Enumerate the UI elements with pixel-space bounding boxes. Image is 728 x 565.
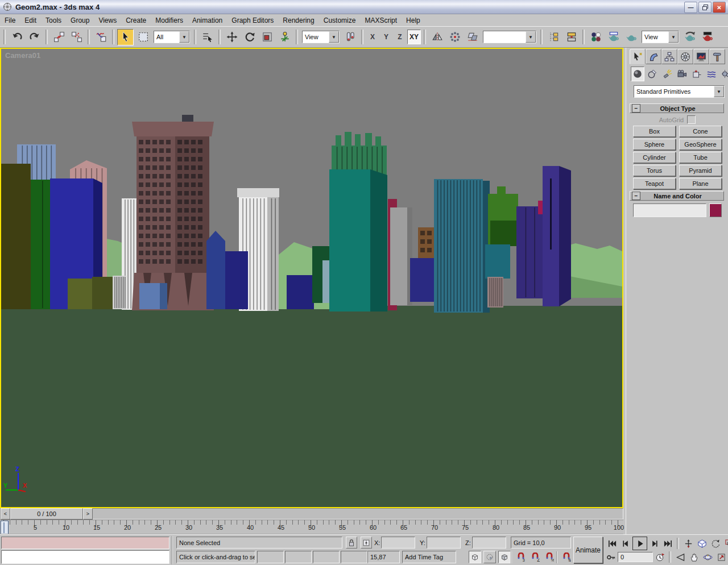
go-to-start-icon[interactable]	[605, 537, 619, 550]
macro-recorder-field[interactable]	[1, 537, 169, 549]
degradation-override-icon[interactable]	[469, 551, 481, 563]
collapse-icon[interactable]: −	[632, 104, 640, 113]
selection-filter-dropdown[interactable]: All▼	[154, 31, 190, 43]
animate-button[interactable]: Animate	[573, 537, 603, 563]
restore-button[interactable]	[698, 2, 712, 13]
building-navy-a[interactable]	[225, 251, 248, 309]
snap-toggle-3d-icon[interactable]: 3	[514, 551, 527, 563]
close-button[interactable]: ✕	[713, 2, 726, 13]
create-torus-button[interactable]: Torus	[633, 165, 676, 176]
dropdown-arrow-icon[interactable]: ▼	[179, 31, 189, 43]
pan-icon[interactable]	[687, 551, 701, 563]
reference-coordinate-system-dropdown[interactable]: View▼	[302, 31, 340, 43]
named-selection-sets-dropdown[interactable]: ▼	[483, 31, 536, 43]
collapse-icon[interactable]: −	[632, 192, 640, 200]
autogrid-checkbox[interactable]	[687, 115, 696, 124]
restrict-to-z-button[interactable]: Z	[394, 30, 406, 44]
category-helpers-icon[interactable]	[690, 67, 704, 81]
menu-file[interactable]: File	[0, 15, 20, 26]
teal-tower-front[interactable]	[329, 169, 370, 311]
teal-crown-tooth-b[interactable]	[345, 132, 351, 147]
track-view-icon[interactable]	[545, 29, 562, 45]
building-gray[interactable]	[390, 207, 407, 305]
category-geometry-icon[interactable]	[631, 67, 644, 81]
viewport-label[interactable]: Camera01	[5, 51, 40, 60]
render-last-icon[interactable]	[699, 29, 715, 45]
menu-group[interactable]: Group	[66, 15, 94, 26]
field-of-view-icon[interactable]	[673, 551, 687, 563]
create-geosphere-button[interactable]: GeoSphere	[679, 139, 722, 150]
x-coord-field[interactable]	[381, 537, 415, 549]
align-icon[interactable]	[464, 29, 481, 45]
building-white-right-side[interactable]	[267, 197, 279, 311]
render-scene-icon[interactable]	[605, 29, 622, 45]
object-name-field[interactable]	[633, 203, 706, 217]
ground[interactable]	[1, 306, 622, 507]
camera-viewport[interactable]: Camera01 Y Z X	[0, 48, 623, 508]
menu-graph-editors[interactable]: Graph Editors	[227, 15, 278, 26]
select-and-scale-icon[interactable]	[259, 29, 275, 45]
teal-tower-side[interactable]	[370, 169, 387, 311]
building-green-top[interactable]	[497, 186, 506, 194]
material-editor-icon[interactable]	[588, 29, 604, 45]
building-olive-small-a[interactable]	[68, 279, 92, 309]
create-cylinder-button[interactable]: Cylinder	[633, 152, 676, 163]
unlink-selection-icon[interactable]	[68, 29, 85, 45]
create-sphere-button[interactable]: Sphere	[633, 139, 676, 150]
building-purple-tall-side[interactable]	[559, 166, 571, 306]
zoom-extents-icon[interactable]	[695, 537, 709, 550]
building-slate-side[interactable]	[160, 283, 167, 309]
go-to-end-icon[interactable]	[661, 537, 675, 550]
title-bar[interactable]: Geom2.max - 3ds max 4 — ✕	[0, 0, 728, 14]
create-plane-button[interactable]: Plane	[679, 178, 722, 189]
y-coord-field[interactable]	[427, 537, 461, 549]
object-type-rollout-header[interactable]: − Object Type	[630, 103, 724, 113]
category-space-warps-icon[interactable]	[705, 67, 718, 81]
select-by-name-icon[interactable]	[199, 29, 216, 45]
building-blue-pyramid[interactable]	[206, 231, 225, 309]
teal-crown-tooth-e[interactable]	[375, 136, 381, 147]
create-teapot-button[interactable]: Teapot	[633, 178, 676, 189]
redo-icon[interactable]	[26, 29, 43, 45]
create-box-button[interactable]: Box	[633, 126, 676, 137]
create-cone-button[interactable]: Cone	[679, 126, 722, 137]
restrict-to-x-button[interactable]: X	[366, 30, 379, 44]
menu-animation[interactable]: Animation	[188, 15, 227, 26]
menu-tools[interactable]: Tools	[41, 15, 66, 26]
snap-marker-icon[interactable]	[483, 551, 496, 563]
select-object-icon[interactable]	[117, 29, 134, 45]
percent-snap-icon[interactable]: %	[543, 551, 556, 563]
menu-customize[interactable]: Customize	[319, 15, 361, 26]
teal-crown-tooth-c[interactable]	[355, 134, 361, 147]
track-bar-frame-marker[interactable]	[1, 521, 9, 535]
min-max-toggle-icon[interactable]	[714, 551, 728, 563]
category-shapes-icon[interactable]	[646, 67, 659, 81]
use-pivot-point-center-icon[interactable]	[342, 29, 358, 45]
menu-views[interactable]: Views	[94, 15, 121, 26]
mirror-icon[interactable]	[429, 29, 445, 45]
tab-motion[interactable]	[677, 49, 693, 64]
dropdown-arrow-icon[interactable]: ▼	[714, 86, 724, 97]
building-white-right-cap[interactable]	[237, 188, 279, 197]
track-bar[interactable]: 0510152025303540455055606570758085909510…	[0, 520, 623, 535]
restrict-to-xy-plane-button[interactable]: XY	[407, 30, 421, 44]
building-teal-small[interactable]	[485, 244, 510, 279]
menu-help[interactable]: Help	[402, 15, 425, 26]
arc-rotate-icon[interactable]	[701, 551, 714, 563]
render-type-teapot-icon[interactable]	[623, 29, 639, 45]
select-and-link-icon[interactable]	[51, 29, 67, 45]
maxscript-listener-field[interactable]	[1, 550, 169, 564]
menu-modifiers[interactable]: Modifiers	[151, 15, 188, 26]
tab-create[interactable]	[630, 49, 646, 64]
menu-rendering[interactable]: Rendering	[278, 15, 318, 26]
region-zoom-icon[interactable]	[722, 537, 728, 550]
absolute-offset-mode-icon[interactable]	[361, 537, 372, 549]
select-and-manipulate-icon[interactable]	[276, 29, 293, 45]
category-lights-icon[interactable]	[660, 67, 674, 81]
previous-frame-icon[interactable]	[619, 537, 632, 550]
menu-create[interactable]: Create	[121, 15, 151, 26]
current-frame-field[interactable]: 0	[618, 552, 653, 562]
bind-to-space-warp-icon[interactable]	[93, 29, 109, 45]
field-of-view-rotate-icon[interactable]	[709, 537, 722, 550]
menu-maxscript[interactable]: MAXScript	[360, 15, 402, 26]
